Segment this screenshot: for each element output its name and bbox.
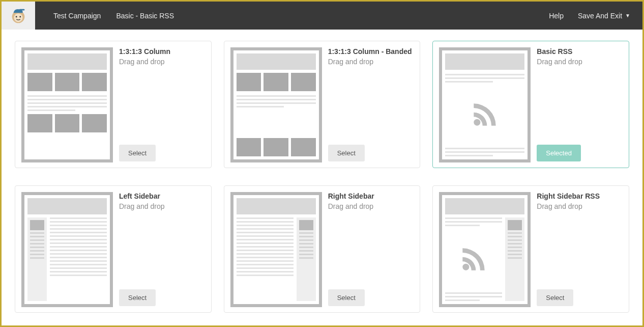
campaign-name: Test Campaign — [53, 12, 101, 20]
topbar-actions: Help Save And Exit ▼ — [549, 12, 642, 20]
svg-point-5 — [474, 119, 481, 126]
template-subtitle: Drag and drop — [537, 58, 623, 66]
select-button[interactable]: Select — [119, 145, 156, 161]
template-card[interactable]: Right Sidebar Drag and drop Select — [224, 185, 421, 313]
mailchimp-logo[interactable] — [2, 2, 35, 30]
template-title: 1:3:1:3 Column — [119, 47, 205, 56]
rss-icon — [472, 101, 498, 128]
template-thumbnail — [439, 47, 531, 162]
template-thumbnail — [21, 47, 113, 162]
template-subtitle: Drag and drop — [537, 202, 623, 210]
template-title: Basic RSS — [537, 47, 623, 56]
template-grid: 1:3:1:3 Column Drag and drop Select 1:3:… — [2, 30, 642, 313]
template-card[interactable]: Right Sidebar RSS Drag and drop Select — [432, 185, 629, 313]
help-link[interactable]: Help — [549, 12, 564, 20]
template-card[interactable]: 1:3:1:3 Column Drag and drop Select — [15, 41, 212, 168]
template-subtitle: Drag and drop — [328, 202, 414, 210]
template-subtitle: Drag and drop — [328, 58, 414, 66]
template-subtitle: Drag and drop — [119, 58, 205, 66]
template-thumbnail — [230, 47, 322, 162]
topbar: Test Campaign Basic - Basic RSS Help Sav… — [2, 2, 642, 30]
selected-button[interactable]: Selected — [537, 145, 581, 161]
template-thumbnail — [439, 192, 531, 307]
svg-rect-4 — [19, 9, 24, 10]
template-title: Left Sidebar — [119, 192, 205, 200]
template-thumbnail — [230, 192, 322, 307]
template-name: Basic - Basic RSS — [116, 12, 174, 20]
template-card[interactable]: Basic RSS Drag and drop Selected — [432, 41, 629, 168]
select-button[interactable]: Select — [328, 289, 365, 306]
rss-icon — [460, 246, 487, 272]
template-title: Right Sidebar RSS — [537, 192, 623, 200]
monkey-icon — [9, 6, 28, 25]
select-button[interactable]: Select — [119, 289, 156, 306]
save-and-exit-menu[interactable]: Save And Exit ▼ — [578, 12, 630, 20]
template-title: Right Sidebar — [328, 192, 414, 200]
template-card[interactable]: Left Sidebar Drag and drop Select — [15, 185, 212, 313]
template-subtitle: Drag and drop — [119, 202, 205, 210]
select-button[interactable]: Select — [537, 289, 573, 306]
svg-point-6 — [463, 264, 470, 270]
template-thumbnail — [21, 192, 113, 307]
campaign-info: Test Campaign Basic - Basic RSS — [35, 12, 549, 20]
template-title: 1:3:1:3 Column - Banded — [328, 47, 414, 56]
chevron-down-icon: ▼ — [625, 13, 630, 18]
select-button[interactable]: Select — [328, 145, 365, 161]
svg-point-1 — [14, 13, 22, 22]
svg-point-2 — [16, 16, 17, 17]
save-exit-label: Save And Exit — [578, 12, 622, 20]
template-card[interactable]: 1:3:1:3 Column - Banded Drag and drop Se… — [224, 41, 421, 168]
svg-point-3 — [19, 16, 21, 17]
